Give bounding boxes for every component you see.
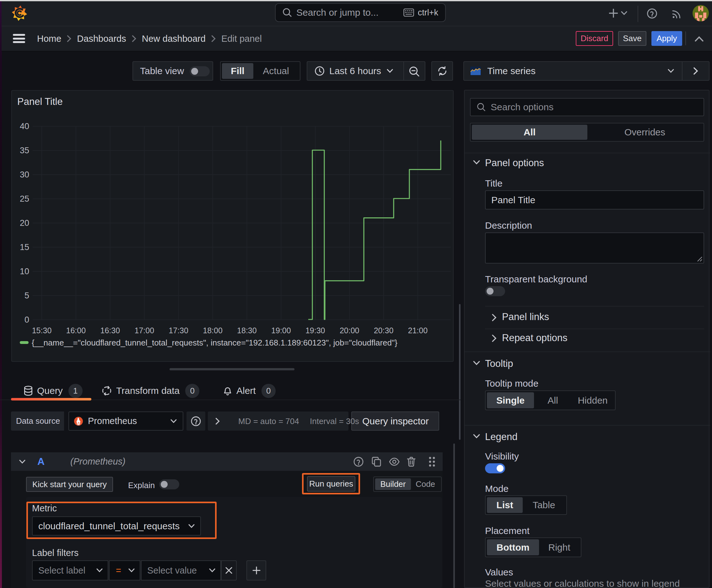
svg-text:16:30: 16:30 xyxy=(101,326,120,335)
svg-text:18:00: 18:00 xyxy=(203,326,222,335)
svg-text:35: 35 xyxy=(20,146,29,155)
svg-text:16:00: 16:00 xyxy=(66,326,86,335)
svg-text:10: 10 xyxy=(20,267,29,276)
svg-text:15: 15 xyxy=(20,243,29,252)
svg-text:20:30: 20:30 xyxy=(374,326,394,335)
svg-text:17:30: 17:30 xyxy=(169,326,188,335)
svg-text:20:00: 20:00 xyxy=(340,326,360,335)
svg-text:18:30: 18:30 xyxy=(237,326,257,335)
svg-text:21:00: 21:00 xyxy=(408,326,428,335)
svg-text:20: 20 xyxy=(20,218,29,228)
svg-text:15:30: 15:30 xyxy=(32,326,52,335)
svg-text:19:00: 19:00 xyxy=(271,326,291,335)
svg-text:17:00: 17:00 xyxy=(135,326,154,335)
svg-text:0: 0 xyxy=(24,315,29,324)
svg-text:40: 40 xyxy=(20,122,29,131)
svg-text:30: 30 xyxy=(20,170,29,180)
svg-text:5: 5 xyxy=(24,291,29,300)
svg-text:19:30: 19:30 xyxy=(305,326,325,335)
svg-text:{__name__="cloudflared_tunnel_: {__name__="cloudflared_tunnel_total_requ… xyxy=(32,338,397,348)
svg-text:25: 25 xyxy=(20,194,29,204)
